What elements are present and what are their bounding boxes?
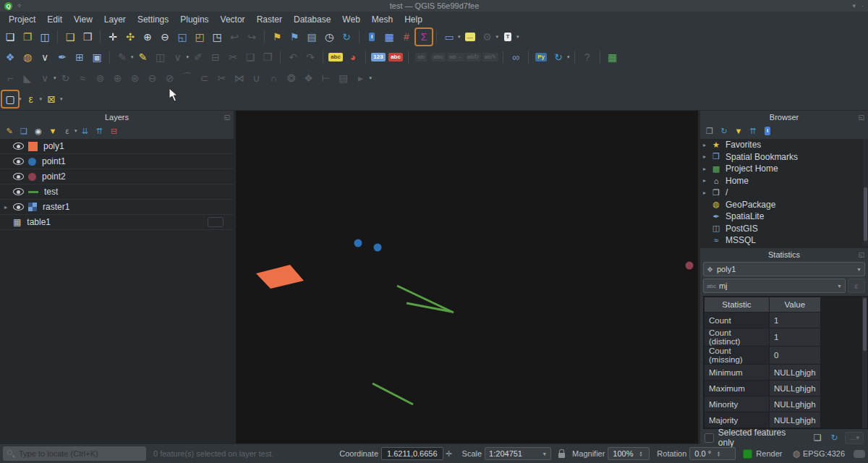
select-by-expression-icon[interactable]: ε	[23, 91, 39, 107]
filter-legend-by-expression-icon[interactable]: ε	[61, 124, 74, 137]
rotation-spinbox[interactable]: 0.0 ° ▲▼	[689, 447, 736, 460]
new-project-icon[interactable]: ❏	[2, 29, 18, 45]
zoom-to-selection-icon[interactable]: ◳	[209, 29, 225, 45]
deselect-features-all-layers-icon[interactable]: ⊠	[43, 91, 59, 107]
map-feature-line[interactable]	[373, 383, 413, 404]
open-data-source-manager-icon[interactable]: ❖	[2, 49, 18, 65]
expression-button[interactable]: ε	[848, 279, 865, 293]
new-geopackage-layer-icon[interactable]: ✒	[54, 49, 70, 65]
menu-web[interactable]: Web	[336, 13, 365, 26]
menu-edit[interactable]: Edit	[41, 13, 68, 26]
metasearch-icon[interactable]: ∞	[508, 49, 524, 65]
save-project-icon[interactable]: ◫	[37, 29, 53, 45]
show-layout-manager-icon[interactable]: ❒	[80, 29, 95, 45]
open-project-icon[interactable]: ❐	[20, 29, 35, 45]
map-feature-point1[interactable]	[374, 244, 382, 252]
visibility-eye-icon[interactable]	[13, 143, 24, 150]
menu-vector[interactable]: Vector	[215, 13, 251, 26]
collapse-all-icon[interactable]: ⇈	[746, 124, 760, 137]
temporal-controller-icon[interactable]: ◷	[321, 29, 337, 45]
selected-features-only-checkbox[interactable]	[705, 433, 714, 443]
menu-mesh[interactable]: Mesh	[366, 13, 399, 26]
layer-diagram-icon[interactable]: ◕	[345, 49, 361, 65]
browser-item-project-home[interactable]: ▸▩Project Home	[700, 163, 868, 175]
layer-row-raster1[interactable]: ▸raster1	[0, 200, 234, 215]
layer-row-poly1[interactable]: poly1	[0, 139, 234, 154]
filter-browser-icon[interactable]: ▼	[732, 124, 745, 137]
scrollbar-thumb[interactable]	[863, 298, 867, 351]
identify-features-icon[interactable]: i	[364, 29, 380, 45]
stats-scrollbar[interactable]	[862, 297, 867, 428]
stats-layer-combo[interactable]: ❖ poly1 ▼	[703, 262, 865, 276]
dropdown-arrow-icon[interactable]: ▾	[54, 75, 56, 81]
pan-to-selection-icon[interactable]: ✣	[122, 29, 138, 45]
spin-arrows-icon[interactable]: ▲▼	[717, 451, 720, 456]
zoom-to-layer-icon[interactable]: ◰	[192, 29, 208, 45]
new-print-layout-icon[interactable]: ❑	[62, 29, 78, 45]
dropdown-arrow-icon[interactable]: ▾	[60, 96, 63, 102]
refresh-browser-icon[interactable]: ↻	[718, 124, 731, 137]
expand-arrow-icon[interactable]: ▸	[4, 204, 12, 211]
dropdown-arrow-icon[interactable]: ▾	[567, 54, 570, 60]
select-features-icon[interactable]: ▢	[2, 91, 18, 107]
refresh-table-icon[interactable]: ▦	[605, 49, 621, 65]
map-feature-point1[interactable]	[354, 239, 362, 247]
menu-help[interactable]: Help	[399, 13, 428, 26]
browser-item-postgis[interactable]: ◫PostGIS	[700, 223, 868, 235]
zoom-full-icon[interactable]: ◱	[174, 29, 190, 45]
show-bookmarks-icon[interactable]: ▤	[304, 29, 320, 45]
layer-row-point1[interactable]: point1	[0, 154, 234, 169]
measure-line-icon[interactable]: ▭	[441, 29, 457, 45]
menu-plugins[interactable]: Plugins	[174, 13, 214, 26]
show-bookmark-manager-icon[interactable]: ⚑	[286, 29, 302, 45]
label-value-tool-icon[interactable]: 123	[370, 49, 386, 65]
crs-globe-icon[interactable]: ◍	[792, 449, 799, 459]
visibility-eye-icon[interactable]	[13, 203, 24, 211]
menu-layer[interactable]: Layer	[98, 13, 132, 26]
scrollbar-thumb[interactable]	[864, 187, 867, 241]
dropdown-arrow-icon[interactable]: ▾	[458, 34, 461, 40]
dropdown-arrow-icon[interactable]: ▾	[131, 54, 134, 60]
lock-scale-icon[interactable]	[558, 453, 565, 458]
zoom-out-icon[interactable]: ⊖	[157, 29, 173, 45]
dropdown-arrow-icon[interactable]: ▾	[75, 128, 77, 134]
crs-value[interactable]: EPSG:4326	[803, 449, 845, 458]
browser-item-spatialite[interactable]: ✒SpatiaLite	[700, 211, 868, 223]
layer-labeling-single-icon[interactable]: abc	[388, 49, 404, 65]
visibility-eye-icon[interactable]	[13, 188, 24, 195]
add-vector-layer-icon[interactable]: ◍	[20, 49, 35, 65]
layer-row-test[interactable]: test	[0, 184, 234, 200]
browser-item-mssql[interactable]: ≈MSSQL	[700, 234, 868, 246]
magnifier-spinbox[interactable]: 100% ▲▼	[608, 447, 650, 460]
new-spatial-bookmark-icon[interactable]: ⚑	[269, 29, 285, 45]
window-controls-icon[interactable]: ·	[861, 2, 864, 9]
layer-row-table1[interactable]: ▦table1	[0, 215, 234, 230]
zoom-in-icon[interactable]: ⊕	[140, 29, 156, 45]
browser-item--[interactable]: ▸❐/	[700, 187, 868, 199]
expand-arrow-icon[interactable]: ▸	[703, 177, 710, 184]
scale-combo[interactable]: 1:204751 ▼	[485, 447, 551, 460]
manage-map-themes-icon[interactable]: ◉	[32, 124, 45, 137]
refresh-map-icon[interactable]: ↻	[339, 29, 354, 45]
stats-field-combo[interactable]: abc mj ▼	[703, 279, 846, 293]
layer-labeling-icon[interactable]: abc	[328, 49, 344, 65]
add-group-icon[interactable]: ❏	[17, 124, 30, 137]
expand-all-icon[interactable]: ⇊	[79, 124, 92, 137]
map-feature-poly1[interactable]	[256, 265, 304, 289]
expand-arrow-icon[interactable]: ▸	[703, 153, 710, 160]
new-shapefile-layer-icon[interactable]: ∨	[37, 49, 53, 65]
browser-scrollbar[interactable]	[863, 139, 868, 246]
stats-options-button[interactable]: …▾	[845, 432, 864, 444]
float-panel-icon[interactable]: ◱	[858, 114, 864, 121]
float-panel-icon[interactable]: ◱	[858, 251, 864, 258]
processing-toolbox-icon[interactable]: ↻	[550, 49, 566, 65]
browser-item-home[interactable]: ▸⌂Home	[700, 175, 868, 187]
menu-view[interactable]: View	[68, 13, 98, 26]
map-canvas[interactable]	[236, 111, 698, 443]
expand-arrow-icon[interactable]: ▸	[703, 166, 710, 172]
map-feature-line[interactable]	[397, 286, 454, 313]
layer-row-point2[interactable]: point2	[0, 169, 234, 184]
filter-legend-icon[interactable]: ▼	[46, 124, 59, 137]
menu-raster[interactable]: Raster	[251, 13, 288, 26]
float-panel-icon[interactable]: ◱	[224, 114, 230, 121]
